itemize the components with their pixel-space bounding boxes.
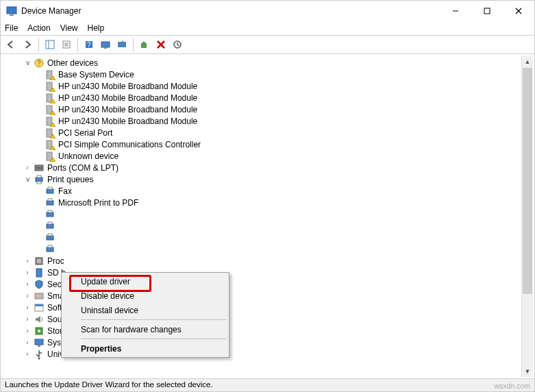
scroll-down-button[interactable]: ▼ bbox=[522, 365, 533, 377]
svg-point-42 bbox=[40, 167, 42, 169]
tree-item[interactable] bbox=[10, 220, 534, 232]
context-menu-separator bbox=[81, 339, 226, 339]
context-menu: Update driver Disable device Uninstall d… bbox=[61, 272, 229, 358]
menu-help[interactable]: Help bbox=[88, 23, 105, 33]
sound-icon bbox=[34, 314, 45, 325]
titlebar: Device Manager bbox=[1, 1, 534, 21]
tree-item[interactable]: HP un2430 Mobile Broadband Module bbox=[10, 103, 534, 115]
svg-rect-29 bbox=[47, 106, 52, 114]
svg-rect-67 bbox=[35, 339, 43, 345]
software-icon bbox=[34, 302, 45, 313]
tree-label: Unknown device bbox=[58, 151, 119, 161]
close-button[interactable] bbox=[503, 1, 534, 21]
sd-icon bbox=[34, 267, 45, 278]
svg-rect-45 bbox=[37, 182, 41, 184]
tree-node-print-queues[interactable]: ∨ Print queues bbox=[10, 173, 534, 185]
svg-rect-55 bbox=[48, 234, 52, 236]
tree-item[interactable]: HP un2430 Mobile Broadband Module bbox=[10, 92, 534, 103]
svg-rect-48 bbox=[47, 201, 53, 205]
tree-item-print-to-pdf[interactable]: Microsoft Print to PDF bbox=[10, 197, 534, 208]
tree-item[interactable] bbox=[10, 208, 534, 220]
svg-rect-25 bbox=[47, 82, 52, 90]
expand-icon[interactable]: › bbox=[23, 280, 32, 289]
context-menu-scan-hardware[interactable]: Scan for hardware changes bbox=[63, 322, 227, 336]
context-menu-uninstall-device[interactable]: Uninstall device bbox=[63, 303, 227, 317]
context-menu-properties[interactable]: Properties bbox=[63, 341, 227, 356]
svg-rect-14 bbox=[101, 42, 110, 47]
tree-item[interactable]: Unknown device bbox=[10, 150, 534, 162]
vertical-scrollbar[interactable]: ▲ ▼ bbox=[521, 56, 533, 377]
scan-hardware-button[interactable] bbox=[98, 37, 113, 52]
tree-label: Proc bbox=[47, 256, 64, 266]
menu-view[interactable]: View bbox=[60, 23, 78, 33]
tree-label: HP un2430 Mobile Broadband Module bbox=[58, 117, 197, 126]
tree-node-other-devices[interactable]: ∨ ? Other devices bbox=[10, 57, 534, 69]
maximize-button[interactable] bbox=[471, 1, 503, 21]
tree-item[interactable]: PCI Serial Port bbox=[10, 127, 534, 138]
tree-node-processors[interactable]: ›Proc bbox=[10, 255, 534, 267]
expand-icon[interactable]: › bbox=[23, 303, 32, 313]
tree-item[interactable]: HP un2430 Mobile Broadband Module bbox=[10, 80, 534, 92]
usb-icon bbox=[34, 349, 45, 360]
expand-icon[interactable]: › bbox=[23, 163, 32, 173]
expand-icon[interactable]: › bbox=[23, 338, 32, 347]
context-menu-update-driver[interactable]: Update driver bbox=[63, 274, 227, 289]
expand-icon[interactable]: › bbox=[23, 256, 32, 266]
svg-point-40 bbox=[36, 167, 38, 169]
svg-rect-49 bbox=[48, 199, 52, 201]
update-driver-button[interactable] bbox=[114, 37, 129, 52]
svg-rect-60 bbox=[36, 269, 42, 277]
app-icon bbox=[6, 5, 17, 16]
properties-button[interactable] bbox=[59, 37, 74, 52]
tree-label: PCI Simple Communications Controller bbox=[58, 140, 201, 149]
toolbar-separator bbox=[77, 38, 78, 51]
collapse-icon[interactable]: ∨ bbox=[23, 58, 32, 68]
tree-item[interactable] bbox=[10, 243, 534, 255]
tree-view[interactable]: ∨ ? Other devices Base System Device HP … bbox=[1, 54, 534, 379]
tree-item[interactable]: PCI Simple Communications Controller bbox=[10, 138, 534, 150]
svg-rect-59 bbox=[37, 259, 41, 263]
back-button[interactable] bbox=[3, 37, 18, 52]
disable-device-button[interactable] bbox=[170, 37, 185, 52]
tree-item[interactable]: Base System Device bbox=[10, 69, 534, 80]
scroll-up-button[interactable]: ▲ bbox=[522, 56, 533, 67]
tree-item[interactable] bbox=[10, 232, 534, 243]
card-reader-icon bbox=[34, 291, 45, 302]
svg-rect-44 bbox=[37, 175, 41, 177]
storage-icon bbox=[34, 326, 45, 336]
forward-button[interactable] bbox=[20, 37, 35, 52]
expand-icon[interactable]: › bbox=[23, 350, 32, 359]
menu-file[interactable]: File bbox=[5, 23, 18, 33]
toolbar-separator bbox=[38, 38, 39, 51]
help-button[interactable]: ? bbox=[82, 37, 97, 52]
warning-device-icon bbox=[45, 104, 55, 115]
tree-label: HP un2430 Mobile Broadband Module bbox=[58, 82, 197, 91]
svg-rect-52 bbox=[47, 224, 53, 228]
enable-device-button[interactable] bbox=[137, 37, 152, 52]
expand-icon[interactable]: › bbox=[23, 315, 32, 324]
printer-icon bbox=[45, 232, 55, 243]
expand-icon[interactable]: › bbox=[23, 268, 32, 278]
svg-text:?: ? bbox=[87, 41, 91, 49]
watermark: wsxdn.com bbox=[494, 382, 530, 390]
minimize-button[interactable] bbox=[440, 1, 471, 21]
expand-icon[interactable]: › bbox=[23, 326, 32, 336]
menu-action[interactable]: Action bbox=[27, 23, 50, 33]
printer-icon bbox=[45, 244, 55, 255]
collapse-icon[interactable]: ∨ bbox=[23, 175, 32, 184]
tree-item-fax[interactable]: Fax bbox=[10, 185, 534, 197]
tree-label: Base System Device bbox=[58, 70, 134, 79]
show-hide-tree-button[interactable] bbox=[42, 37, 58, 52]
toolbar-separator bbox=[133, 38, 134, 51]
tree-item[interactable]: HP un2430 Mobile Broadband Module bbox=[10, 115, 534, 127]
expand-icon[interactable]: › bbox=[23, 291, 32, 301]
svg-rect-64 bbox=[35, 304, 43, 306]
svg-rect-15 bbox=[104, 47, 107, 49]
scrollbar-thumb[interactable] bbox=[523, 68, 532, 294]
svg-rect-56 bbox=[47, 247, 53, 252]
tree-label: Ports (COM & LPT) bbox=[47, 163, 119, 173]
context-menu-disable-device[interactable]: Disable device bbox=[63, 289, 227, 303]
tree-node-ports[interactable]: › Ports (COM & LPT) bbox=[10, 162, 534, 173]
uninstall-device-button[interactable] bbox=[153, 37, 169, 52]
svg-rect-16 bbox=[118, 42, 126, 47]
